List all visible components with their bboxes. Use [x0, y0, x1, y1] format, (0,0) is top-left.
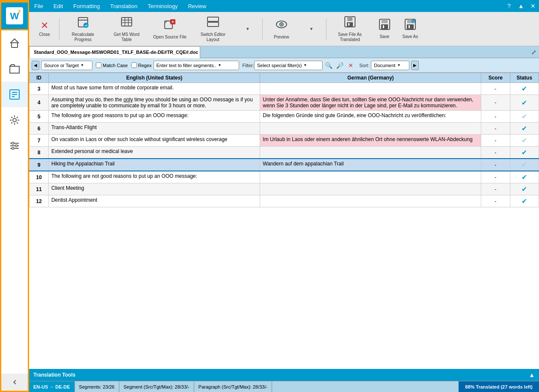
- svg-rect-40: [407, 24, 414, 29]
- close-button[interactable]: ✕: [527, 0, 539, 12]
- table-row[interactable]: 10 The following are not good reasons to…: [30, 171, 539, 183]
- help-button[interactable]: ?: [503, 0, 515, 12]
- cell-score: -: [481, 159, 510, 171]
- table-header-row: ID English (United States) German (Germa…: [30, 73, 539, 83]
- menu-translation[interactable]: Translation: [105, 0, 143, 12]
- cell-source: Extended personal or medical leave: [48, 147, 260, 159]
- tools-bar-expand-button[interactable]: ▲: [529, 371, 535, 378]
- translation-progress: 88% Translated (27 words left): [459, 381, 539, 392]
- sidebar: W F: [0, 0, 29, 392]
- translation-tools-label: Translation Tools: [33, 372, 75, 378]
- underline-text: only: [124, 97, 133, 103]
- svg-point-8: [13, 118, 16, 122]
- translation-table: ID English (United States) German (Germa…: [29, 73, 539, 207]
- sidebar-collapse-button[interactable]: [1, 374, 28, 391]
- svg-rect-33: [348, 23, 349, 26]
- menu-file[interactable]: File: [29, 0, 48, 12]
- ms-word-table-label: Get MS Word Table: [110, 32, 144, 42]
- sidebar-item-home[interactable]: [1, 30, 28, 56]
- match-case-input[interactable]: [96, 62, 101, 68]
- close-button[interactable]: ✕ Close: [32, 14, 57, 44]
- table-row[interactable]: 6 Trans-Atlantic Flight - ✔: [30, 123, 539, 135]
- sidebar-item-settings[interactable]: [1, 133, 28, 159]
- save-as-button[interactable]: A Save As: [397, 14, 423, 44]
- filter-label: Filter:: [243, 63, 255, 68]
- table-row[interactable]: 11 Client Meeting - ✔: [30, 183, 539, 195]
- menu-edit[interactable]: Edit: [48, 0, 68, 12]
- tab-label: Standard_OOO_Message-MSWORD01_TXLF_BASE-…: [34, 50, 200, 55]
- svg-rect-18: [121, 18, 132, 26]
- unconfirmed-icon: ✔: [521, 113, 527, 120]
- cell-score: -: [481, 135, 510, 147]
- regex-input[interactable]: [131, 62, 137, 68]
- cell-id: 9: [30, 159, 49, 171]
- filter-nav-prev[interactable]: ◀: [32, 61, 39, 70]
- svg-rect-36: [381, 24, 388, 29]
- cell-source: Hiking the Appalachian Trail: [48, 159, 260, 171]
- svg-rect-37: [383, 25, 384, 28]
- table-row[interactable]: 4 Assuming that you do, then the only ti…: [30, 95, 539, 111]
- match-case-checkbox[interactable]: Match Case: [96, 62, 128, 68]
- cell-status: ✔: [510, 159, 539, 171]
- maximize-button[interactable]: ▲: [515, 0, 527, 12]
- cell-target: Unter der Annahme, dass Sie dies tun, so…: [260, 95, 481, 111]
- table-row[interactable]: 9 Hiking the Appalachian Trail Wandern a…: [30, 159, 539, 171]
- get-ms-word-table-button[interactable]: Get MS Word Table: [105, 14, 148, 44]
- toolbar: ✕ Close Recalculate Progress Get MS Word…: [29, 12, 539, 46]
- cell-id: 11: [30, 183, 49, 195]
- regex-checkbox[interactable]: Regex: [131, 62, 152, 68]
- preview-button[interactable]: Preview: [264, 14, 299, 44]
- recalculate-progress-button[interactable]: Recalculate Progress: [61, 14, 105, 44]
- cell-status: ✔: [510, 183, 539, 195]
- tab-expand-button[interactable]: ⤢: [529, 49, 539, 56]
- table-row[interactable]: 7 On vacation in Laos or other such loca…: [30, 135, 539, 147]
- app-logo: W F: [0, 1, 29, 30]
- active-tab[interactable]: Standard_OOO_Message-MSWORD01_TXLF_BASE-…: [29, 46, 200, 58]
- toolbar-sep-3: [326, 18, 326, 40]
- sort-dropdown[interactable]: Document ▼: [371, 61, 409, 70]
- filter-text-dropdown[interactable]: Enter text to filter segments.. ▼: [154, 61, 239, 70]
- regex-label: Regex: [138, 63, 152, 68]
- special-filter-dropdown[interactable]: Select special filter(s) ▼: [254, 61, 323, 70]
- save-button[interactable]: Save: [372, 14, 397, 44]
- cell-source: The following are good reasons to put up…: [48, 111, 260, 123]
- clear-filter-button[interactable]: ✕: [346, 60, 356, 71]
- sidebar-item-folder[interactable]: [1, 56, 28, 82]
- table-row[interactable]: 5 The following are good reasons to put …: [30, 111, 539, 123]
- layout-dropdown-button[interactable]: ▼: [235, 14, 261, 44]
- menu-formatting[interactable]: Formatting: [68, 0, 105, 12]
- svg-text:F: F: [18, 9, 21, 14]
- switch-editor-layout-button[interactable]: Switch Editor Layout: [191, 14, 235, 44]
- switch-editor-label: Switch Editor Layout: [196, 32, 230, 42]
- cell-source: Assuming that you do, then the only time…: [48, 95, 260, 111]
- filter-nav-next[interactable]: ▶: [411, 61, 419, 70]
- save-file-as-translated-button[interactable]: Save File As Translated: [328, 14, 372, 44]
- sidebar-item-tools[interactable]: [1, 107, 28, 133]
- confirmed-icon: ✔: [521, 99, 527, 106]
- search-plus-button[interactable]: 🔎: [335, 60, 345, 71]
- source-target-dropdown[interactable]: Source or Target ▼: [41, 61, 92, 70]
- cell-status: ✔: [510, 171, 539, 183]
- cell-target: [260, 83, 481, 95]
- table-row[interactable]: 3 Most of us have some form of mobile co…: [30, 83, 539, 95]
- table-row[interactable]: 8 Extended personal or medical leave - ✔: [30, 147, 539, 159]
- menu-review[interactable]: Review: [183, 0, 211, 12]
- cell-target: Die folgenden Gründe sind gute Gründe, e…: [260, 111, 481, 123]
- open-source-file-button[interactable]: Open Source File: [148, 14, 191, 44]
- source-target-arrow: ▼: [80, 63, 84, 67]
- sidebar-item-editor[interactable]: [1, 82, 28, 107]
- cell-target: [260, 147, 481, 159]
- menu-terminology[interactable]: Terminology: [142, 0, 183, 12]
- search-button[interactable]: 🔍: [323, 60, 334, 71]
- table-row[interactable]: 12 Dentist Appointment - ✔: [30, 195, 539, 207]
- filter-text-arrow: ▼: [218, 63, 222, 67]
- cell-id: 3: [30, 83, 49, 95]
- filter-text-placeholder: Enter text to filter segments..: [157, 63, 216, 68]
- svg-point-29: [281, 24, 282, 25]
- cell-id: 12: [30, 195, 49, 207]
- cell-score: -: [481, 147, 510, 159]
- preview-dropdown-button[interactable]: ▼: [299, 14, 324, 44]
- header-target: German (Germany): [260, 73, 481, 83]
- cell-target: [260, 183, 481, 195]
- ms-word-table-icon: [120, 15, 133, 30]
